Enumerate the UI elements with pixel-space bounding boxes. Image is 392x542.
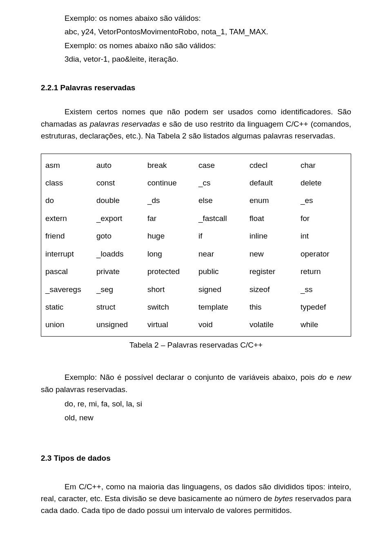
keyword-cell: _ss [298, 281, 349, 298]
section-221-paragraph: Existem certos nomes que não podem ser u… [41, 106, 351, 142]
keyword-cell: register [247, 263, 298, 280]
keyword-cell: sizeof [247, 281, 298, 298]
table-row: extern_exportfar_fastcallfloatfor [43, 210, 349, 227]
example2-line-a: do, re, mi, fa, sol, la, si [65, 398, 351, 410]
keyword-cell: continue [145, 174, 196, 192]
example2-line-b: old, new [65, 412, 351, 424]
table-row: _saveregs_segshortsignedsizeof_ss [43, 281, 349, 298]
keyword-cell: short [145, 281, 196, 298]
intro-line-3: Exemplo: os nomes abaixo não são válidos… [41, 40, 351, 51]
keyword-cell: while [298, 316, 349, 333]
keyword-cell: return [298, 263, 349, 280]
keyword-cell: interrupt [43, 245, 94, 263]
table-row: asmautobreakcasecdeclchar [43, 156, 349, 174]
keyword-cell: enum [247, 192, 298, 209]
intro-line-2: abc, y24, VetorPontosMovimentoRobo, nota… [41, 26, 351, 38]
keyword-cell: goto [94, 227, 145, 245]
keyword-cell: else [196, 192, 247, 209]
keyword-cell: protected [145, 263, 196, 280]
keyword-cell: template [196, 298, 247, 316]
keywords-table-box: asmautobreakcasecdeclcharclassconstconti… [41, 154, 351, 337]
heading-2-3: 2.3 Tipos de dados [41, 452, 351, 464]
example2-italic-new: new [337, 373, 351, 381]
intro-line-1: Exemplo: os nomes abaixo são válidos: [41, 12, 351, 24]
keyword-cell: pascal [43, 263, 94, 280]
keyword-cell: operator [298, 245, 349, 263]
table-row: unionunsignedvirtualvoidvolatilewhile [43, 316, 349, 333]
keyword-cell: _export [94, 210, 145, 227]
keyword-cell: void [196, 316, 247, 333]
example-2-paragraph: Exemplo: Não é possível declarar o conju… [41, 371, 351, 395]
keyword-cell: public [196, 263, 247, 280]
keyword-cell: _seg [94, 281, 145, 298]
keyword-cell: asm [43, 156, 94, 174]
keyword-cell: cdecl [247, 156, 298, 174]
keyword-cell: class [43, 174, 94, 192]
keyword-cell: _ds [145, 192, 196, 209]
table-row: staticstructswitchtemplatethistypedef [43, 298, 349, 316]
keyword-cell: friend [43, 227, 94, 245]
keywords-table: asmautobreakcasecdeclcharclassconstconti… [43, 156, 349, 334]
keyword-cell: switch [145, 298, 196, 316]
keyword-cell: for [298, 210, 349, 227]
keyword-cell: extern [43, 210, 94, 227]
keyword-cell: virtual [145, 316, 196, 333]
section-23-paragraph: Em C/C++, como na maioria das linguagens… [41, 481, 351, 517]
heading-2-2-1: 2.2.1 Palavras reservadas [41, 82, 351, 94]
keyword-cell: this [247, 298, 298, 316]
keyword-cell: new [247, 245, 298, 263]
keyword-cell: float [247, 210, 298, 227]
keyword-cell: long [145, 245, 196, 263]
keyword-cell: _loadds [94, 245, 145, 263]
intro-line-4: 3dia, vetor-1, pao&leite, iteração. [41, 53, 351, 65]
keyword-cell: _fastcall [196, 210, 247, 227]
keyword-cell: struct [94, 298, 145, 316]
table-row: dodouble_dselseenum_es [43, 192, 349, 209]
table-caption: Tabela 2 – Palavras reservadas C/C++ [41, 339, 351, 351]
keyword-cell: break [145, 156, 196, 174]
keyword-cell: case [196, 156, 247, 174]
keyword-cell: _es [298, 192, 349, 209]
table-row: pascalprivateprotectedpublicregisterretu… [43, 263, 349, 280]
sec23-italic: bytes [274, 494, 293, 503]
keyword-cell: if [196, 227, 247, 245]
keyword-cell: near [196, 245, 247, 263]
keyword-cell: typedef [298, 298, 349, 316]
keyword-cell: const [94, 174, 145, 192]
keyword-cell: private [94, 263, 145, 280]
keyword-cell: double [94, 192, 145, 209]
keyword-cell: far [145, 210, 196, 227]
para-italic: palavras reservadas [90, 120, 160, 128]
keyword-cell: unsigned [94, 316, 145, 333]
example2-mid: e [327, 373, 337, 381]
table-row: interrupt_loaddslongnearnewoperator [43, 245, 349, 263]
example2-post: são palavras reservadas. [41, 385, 127, 394]
keyword-cell: union [43, 316, 94, 333]
keyword-cell: _saveregs [43, 281, 94, 298]
keyword-cell: signed [196, 281, 247, 298]
keyword-cell: int [298, 227, 349, 245]
keyword-cell: auto [94, 156, 145, 174]
example2-italic-do: do [318, 373, 326, 381]
keyword-cell: do [43, 192, 94, 209]
keyword-cell: static [43, 298, 94, 316]
keyword-cell: delete [298, 174, 349, 192]
table-row: classconstcontinue_csdefaultdelete [43, 174, 349, 192]
keyword-cell: _cs [196, 174, 247, 192]
keyword-cell: inline [247, 227, 298, 245]
keyword-cell: default [247, 174, 298, 192]
keyword-cell: huge [145, 227, 196, 245]
example2-pre: Exemplo: Não é possível declarar o conju… [65, 373, 318, 381]
keyword-cell: char [298, 156, 349, 174]
table-row: friendgotohugeifinlineint [43, 227, 349, 245]
keyword-cell: volatile [247, 316, 298, 333]
